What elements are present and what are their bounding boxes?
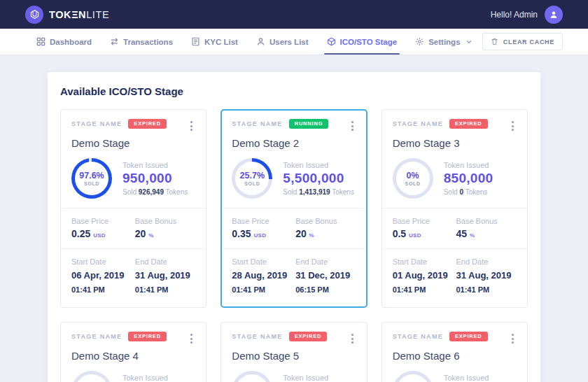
status-badge: EXPIRED [128,119,167,129]
start-date-label: Start Date [393,257,456,266]
stage-title: Demo Stage 4 [71,350,195,362]
token-info: Token Issued 950,000 Sold 926,949 Tokens [122,161,188,196]
cube-icon [327,37,336,46]
stage-title: Demo Stage 5 [232,350,356,362]
stage-name-label: STAGE NAME [232,120,282,127]
kebab-menu-icon[interactable] [188,332,195,346]
greeting-text: Hello! Admin [491,10,538,20]
token-issued-label: Token Issued [122,374,172,382]
clear-cache-button[interactable]: CLEAR CACHE [482,33,563,50]
base-bonus-value: 20 % [135,228,196,239]
brand-name: TOKΞNLITE [49,9,109,20]
stage-card: STAGE NAME EXPIRED Demo Stage 5 0% SOLD … [220,322,367,382]
kebab-menu-icon[interactable] [509,119,517,133]
sold-progress-donut: 97.6% SOLD [71,158,112,199]
nav-item-dashboard[interactable]: Dashboard [36,29,92,55]
token-issued-value: 950,000 [122,171,188,186]
status-badge: RUNNING [289,119,329,129]
base-bonus-value: 20 % [295,228,356,239]
end-date-label: End Date [456,257,517,266]
sold-label: SOLD [405,181,421,186]
token-issued-label: Token Issued [283,161,354,169]
sold-label: SOLD [84,181,99,186]
person-icon [549,10,559,20]
end-date-label: End Date [135,257,196,266]
base-bonus-label: Base Bonus [295,217,356,225]
stage-card: STAGE NAME EXPIRED Demo Stage 97.6% SOLD… [60,109,206,308]
end-date-value: 31 Aug, 2019 01:41 PM [456,269,517,297]
users-icon [256,37,265,46]
base-bonus-label: Base Bonus [135,217,196,225]
user-menu[interactable]: Hello! Admin [491,6,563,24]
nav-item-settings[interactable]: Settings [415,29,471,55]
kebab-menu-icon[interactable] [349,332,356,346]
status-badge: EXPIRED [449,119,488,129]
kebab-menu-icon[interactable] [349,119,356,133]
sold-percent: 25.7% [240,171,265,181]
token-issued-label: Token Issued [444,161,493,169]
end-date-value: 31 Aug, 2019 01:41 PM [135,269,196,297]
start-date-block: Start Date 01 Aug, 2019 01:41 PM [393,257,456,297]
token-issued-value: 5,500,000 [283,171,354,186]
stage-name-label: STAGE NAME [71,120,122,127]
token-issued-label: Token Issued [122,161,188,169]
sold-progress-donut: 0% SOLD [393,371,433,382]
start-date-value: 28 Aug, 2019 01:41 PM [232,269,295,297]
brand-logo[interactable]: TOKΞNLITE [25,6,109,24]
sold-label: SOLD [244,181,260,186]
base-bonus-block: Base Bonus 45 % [456,217,517,239]
token-issued-value: 850,000 [444,171,493,186]
status-badge: EXPIRED [128,332,167,341]
nav-item-transactions[interactable]: Transactions [110,29,173,55]
kyc-list-icon [191,37,200,46]
avatar[interactable] [545,6,563,24]
token-info: Token Issued 850,000 Sold 0 Tokens [444,374,493,382]
divider [382,248,527,249]
stage-name-label: STAGE NAME [232,333,282,340]
sold-percent: 97.6% [79,171,104,181]
main-nav: Dashboard Transactions KYC List Users Li… [0,29,588,55]
stage-card: STAGE NAME EXPIRED Demo Stage 3 0% SOLD … [382,109,528,308]
base-bonus-block: Base Bonus 20 % [135,217,196,239]
brand-cube-icon [25,6,43,24]
topbar: TOKΞNLITE Hello! Admin [0,0,588,29]
stage-title: Demo Stage 6 [393,350,517,362]
page-title: Available ICO/STO Stage [60,85,528,97]
base-price-block: Base Price 0.25 USD [71,217,135,239]
base-price-label: Base Price [393,217,456,225]
nav-item-ico-sto-stage[interactable]: ICO/STO Stage [327,29,398,55]
token-info: Token Issued 850,000 Sold 0 Tokens [444,161,493,196]
sold-tokens-line: Sold 0 Tokens [444,188,493,196]
sold-tokens-line: Sold 926,949 Tokens [122,188,188,196]
stage-cards-grid: STAGE NAME EXPIRED Demo Stage 97.6% SOLD… [60,109,528,382]
base-price-label: Base Price [232,217,295,225]
kebab-menu-icon[interactable] [188,119,195,133]
kebab-menu-icon[interactable] [509,332,517,346]
sold-progress-donut: 0% SOLD [71,371,112,382]
token-info: Token Issued 5,500,000 Sold 1,413,919 To… [283,161,354,196]
sold-progress-donut: 25.7% SOLD [232,158,272,199]
sold-percent: 0% [407,171,419,181]
start-date-label: Start Date [232,257,295,266]
transactions-arrows-icon [110,37,119,46]
end-date-value: 31 Dec, 2019 06:15 PM [295,269,356,297]
nav-item-kyc-list[interactable]: KYC List [191,29,238,55]
token-info: Token Issued 850,000 Sold 0 Tokens [283,374,332,382]
sold-progress-donut: 0% SOLD [232,371,272,382]
divider [61,208,206,208]
stage-card: STAGE NAME EXPIRED Demo Stage 6 0% SOLD … [382,322,528,382]
status-badge: EXPIRED [289,332,328,341]
status-badge: EXPIRED [449,332,488,341]
nav-item-users-list[interactable]: Users List [256,29,309,55]
stage-title: Demo Stage 2 [232,137,356,149]
base-price-value: 0.35 USD [232,228,295,239]
base-price-label: Base Price [71,217,135,225]
stage-card: STAGE NAME RUNNING Demo Stage 2 25.7% SO… [220,109,367,308]
chevron-down-icon [466,39,472,45]
stage-name-label: STAGE NAME [393,120,443,127]
token-issued-label: Token Issued [283,374,332,382]
base-bonus-label: Base Bonus [456,217,517,225]
gear-icon [415,37,424,46]
token-issued-label: Token Issued [444,374,493,382]
divider [222,248,365,249]
